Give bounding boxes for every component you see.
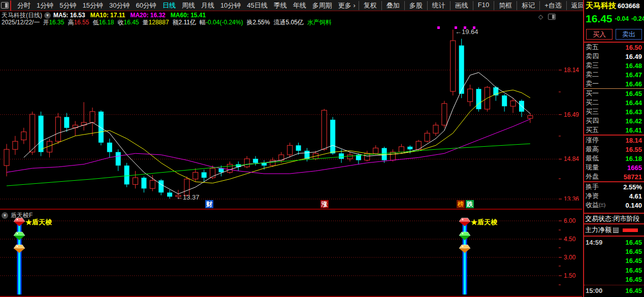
buy-queue-row[interactable]: 买三16.43 xyxy=(584,107,644,116)
svg-text:1.50: 1.50 xyxy=(564,272,576,279)
tick-list[interactable]: 14:5916.4516.4516.4516.4516.4515:0016.45 xyxy=(584,237,644,297)
timeframe-button[interactable]: 日线 xyxy=(159,1,179,10)
sell-queue-row[interactable]: 卖一16.46 xyxy=(584,79,644,88)
sell-queue-row[interactable]: 卖五16.50 xyxy=(584,43,644,52)
svg-text:18.14: 18.14 xyxy=(564,67,579,74)
timeframe-button[interactable]: 季线 xyxy=(271,1,290,10)
ohlc-fields: 开16.35高16.55低16.18收16.45量128887额2.11亿幅-0… xyxy=(43,19,335,26)
diamond-icon[interactable]: ◇ xyxy=(538,13,543,20)
svg-text:3.00: 3.00 xyxy=(564,254,576,261)
sell-queue-row[interactable]: 卖二16.47 xyxy=(584,70,644,79)
sell-queue-row[interactable]: 卖三16.48 xyxy=(584,61,644,70)
stat-row[interactable]: 涨停18.14 xyxy=(584,136,644,145)
ma-value: MA60: 15.41 xyxy=(171,12,206,19)
tool-button[interactable]: +自选 xyxy=(539,1,566,10)
stat-row[interactable]: 净资4.61 xyxy=(584,191,644,201)
tick-price: 16.45 xyxy=(625,287,642,294)
row-label: 买二 xyxy=(586,98,599,107)
stat-row[interactable]: 换手2.55% xyxy=(584,182,644,191)
timeframe-button[interactable]: 5分钟 xyxy=(56,1,79,10)
row-label: 买四 xyxy=(586,116,599,125)
row-value: 16.42 xyxy=(625,117,642,125)
stat-row[interactable]: 最低16.18 xyxy=(584,154,644,163)
tick-price: 16.45 xyxy=(625,257,642,265)
event-marker[interactable]: 财 xyxy=(205,200,213,208)
timeframe-group: 分时1分钟5分钟15分钟30分钟60分钟日线周线月线10分钟45日线季线年线多周… xyxy=(14,1,335,10)
tool-button[interactable]: 画线 xyxy=(450,1,473,10)
price-change-pct: -0.24% xyxy=(631,15,644,22)
tick-time: 15:00 xyxy=(586,287,602,294)
tool-button[interactable]: 标记 xyxy=(517,1,539,10)
window-layout-icon[interactable] xyxy=(1,2,9,9)
row-label: 外盘 xyxy=(586,172,599,181)
stat-row[interactable]: 收益㈢0.140 xyxy=(584,201,644,210)
event-marker[interactable]: 跌 xyxy=(466,200,474,208)
ohlc-field: 水产饲料 xyxy=(307,19,332,26)
timeframe-button[interactable]: 年线 xyxy=(290,1,309,10)
row-label: 卖二 xyxy=(586,70,599,79)
ohlc-field: 换2.55% xyxy=(246,19,270,26)
timeframe-button[interactable]: 15分钟 xyxy=(79,1,106,10)
timeframe-button[interactable]: 周线 xyxy=(179,1,198,10)
row-label: 卖一 xyxy=(586,79,599,88)
stat-row[interactable]: 外盘58721 xyxy=(584,172,644,181)
buy-queue-row[interactable]: 买五16.41 xyxy=(584,125,644,135)
tool-button[interactable]: F10 xyxy=(473,1,494,10)
svg-text:4.50: 4.50 xyxy=(564,236,576,243)
tool-button[interactable]: 复权 xyxy=(359,1,381,10)
main-kline-chart[interactable]: 18.1416.4914.8413.36←19.64←13.37 xyxy=(0,25,582,201)
tool-group: 复权叠加多股统计画线F10简框标记+自选返回 xyxy=(359,1,590,10)
timeframe-button[interactable]: 60分钟 xyxy=(133,1,159,10)
tick-row: 15:0016.45 xyxy=(584,286,644,295)
tool-button[interactable]: 叠加 xyxy=(381,1,404,10)
tick-divider xyxy=(584,285,644,285)
timeframe-button[interactable]: 分时 xyxy=(14,1,34,10)
row-value: 1665 xyxy=(627,164,642,172)
more-button[interactable]: 更多 › xyxy=(335,1,359,10)
chevron-down-icon[interactable]: ▾ xyxy=(44,12,51,19)
row-value: 16.55 xyxy=(625,146,642,153)
stat-row[interactable]: 最高16.55 xyxy=(584,145,644,154)
tool-button[interactable]: 多股 xyxy=(404,1,427,10)
top-toolbar: 分时1分钟5分钟15分钟30分钟60分钟日线周线月线10分钟45日线季线年线多周… xyxy=(0,0,583,11)
last-price: 16.45 xyxy=(586,13,613,25)
sell-queue: 卖五16.50卖四16.49卖三16.48卖二16.47卖一16.46 xyxy=(584,43,644,88)
timeframe-button[interactable]: 45日线 xyxy=(244,1,270,10)
row-value: 16.48 xyxy=(625,62,642,70)
row-label: 现量 xyxy=(586,163,599,172)
buy-queue-row[interactable]: 买二16.44 xyxy=(584,98,644,107)
svg-text:16.49: 16.49 xyxy=(564,111,579,118)
split-view-icon[interactable] xyxy=(548,14,556,20)
timeframe-button[interactable]: 多周期 xyxy=(309,1,335,10)
timeframe-button[interactable]: 10分钟 xyxy=(217,1,244,10)
event-marker[interactable]: 涨 xyxy=(320,200,329,208)
timeframe-button[interactable]: 1分钟 xyxy=(34,1,56,10)
row-label: 买五 xyxy=(586,125,599,135)
ma-info-row: 天马科技(日线) ▾ MA5: 16.53MA10: 17.11MA20: 16… xyxy=(0,12,582,19)
timeframe-button[interactable]: 30分钟 xyxy=(106,1,133,10)
main-force-row[interactable]: 主力净额 xyxy=(584,224,644,236)
list-icon xyxy=(613,227,619,233)
timeframe-button[interactable]: 月线 xyxy=(198,1,217,10)
row-value: 16.41 xyxy=(625,126,642,134)
tool-button[interactable]: 简框 xyxy=(494,1,517,10)
ohlc-field: 高16.55 xyxy=(68,19,89,26)
buy-queue-row[interactable]: 买一16.45 xyxy=(584,89,644,98)
buy-queue-row[interactable]: 买四16.42 xyxy=(584,116,644,125)
ohlc-field: 开16.35 xyxy=(43,19,64,26)
row-value: 16.45 xyxy=(625,90,642,97)
trade-buttons: 买入 卖出 xyxy=(584,26,644,42)
tool-button[interactable]: 统计 xyxy=(427,1,450,10)
buy-button[interactable]: 买入 xyxy=(586,29,613,40)
stock-code: 603668 xyxy=(618,2,639,10)
event-marker[interactable]: 榜 xyxy=(457,200,465,208)
sell-queue-row[interactable]: 卖四16.49 xyxy=(584,52,644,61)
sell-button[interactable]: 卖出 xyxy=(616,29,642,40)
row-value: 2.55% xyxy=(623,183,642,191)
stat-row[interactable]: 现量1665 xyxy=(584,163,644,172)
ma-values: MA5: 16.53MA10: 17.11MA20: 16.32MA60: 15… xyxy=(53,12,211,19)
row-value: 16.50 xyxy=(625,44,642,51)
svg-text:6.00: 6.00 xyxy=(564,217,576,224)
sub-indicator-chart[interactable]: 6.004.503.001.50★盾天梭★盾天梭 xyxy=(0,210,582,296)
tick-row: 16.45 xyxy=(584,275,644,284)
